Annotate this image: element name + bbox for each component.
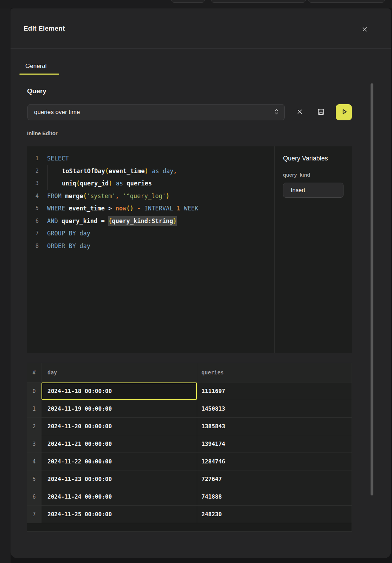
code-line[interactable]: 3 uniq(query_id) as queries [27, 177, 274, 190]
row-index-cell: 0 [27, 382, 41, 400]
query-section-heading: Query [27, 87, 46, 95]
queries-cell[interactable]: 1284746 [197, 453, 352, 470]
screen: Edit Element General Query queries over … [0, 0, 392, 563]
code-token [180, 205, 184, 212]
code-token [173, 205, 176, 212]
queries-cell[interactable]: 1111697 [197, 382, 352, 400]
query-select[interactable]: queries over time [27, 104, 285, 120]
run-query-button[interactable] [336, 104, 352, 120]
code-token: day [79, 242, 90, 249]
line-number: 6 [27, 215, 39, 228]
table-row: 62024-11-24 00:00:00741888 [27, 488, 352, 506]
x-icon [297, 109, 302, 115]
code-token: query_kind:String [112, 216, 173, 226]
day-cell[interactable]: 2024-11-20 00:00:00 [41, 418, 197, 435]
row-index-cell: 3 [27, 435, 41, 453]
background-topbar [0, 0, 392, 8]
code-token [134, 205, 137, 212]
code-token: , [173, 167, 177, 175]
queries-cell[interactable]: 1385843 [197, 418, 352, 435]
table-footer-strip [27, 523, 352, 531]
tab-general[interactable]: General [19, 61, 52, 75]
code-token [112, 205, 115, 212]
code-token: day [79, 230, 90, 237]
queries-cell[interactable]: 741888 [197, 488, 352, 505]
code-token: } [173, 216, 176, 226]
queries-cell[interactable]: 248230 [197, 506, 352, 523]
code-line[interactable]: 5WHERE event_time > now() - INTERVAL 1 W… [27, 202, 274, 215]
queries-cell[interactable]: 1450813 [197, 400, 352, 417]
tab-active-indicator [19, 74, 59, 75]
code-token: uniq [62, 180, 76, 187]
queries-cell[interactable]: 1394174 [197, 435, 352, 453]
code-token [65, 242, 69, 249]
row-index-cell: 4 [27, 453, 41, 470]
code-token: - [137, 205, 141, 212]
day-cell-selected[interactable]: 2024-11-18 00:00:00 [41, 382, 197, 400]
code-token [76, 230, 79, 237]
line-number: 7 [27, 227, 39, 240]
table-row: 42024-11-22 00:00:001284746 [27, 453, 352, 470]
row-index-cell: 5 [27, 470, 41, 488]
chevron-up-down-icon [274, 108, 279, 117]
code-token: BY [69, 230, 76, 237]
table-row: 32024-11-21 00:00:001394174 [27, 435, 352, 453]
code-token [119, 192, 123, 200]
clear-query-button[interactable] [294, 107, 305, 118]
code-token: ) [166, 192, 169, 200]
code-token: BY [69, 242, 76, 249]
day-cell[interactable]: 2024-11-22 00:00:00 [41, 453, 197, 470]
code-token [47, 165, 62, 178]
results-table: #dayqueries02024-11-18 00:00:00111169712… [27, 363, 352, 532]
code-line[interactable]: 7GROUP BY day [27, 227, 274, 240]
code-token: , [116, 192, 119, 200]
day-cell[interactable]: 2024-11-24 00:00:00 [41, 488, 197, 505]
code-line[interactable]: 1SELECT [27, 152, 274, 165]
code-token: ORDER [47, 242, 65, 249]
code-line[interactable]: 2 toStartOfDay(event_time) as day, [27, 165, 274, 178]
code-token [148, 167, 152, 175]
table-row: 12024-11-19 00:00:001450813 [27, 400, 352, 418]
code-line[interactable]: 4FROM merge('system', '^query_log') [27, 190, 274, 203]
code-text: ORDER BY day [47, 240, 90, 253]
day-cell[interactable]: 2024-11-21 00:00:00 [41, 435, 197, 453]
play-icon [340, 107, 348, 117]
row-index-cell: 7 [27, 506, 41, 523]
table-header-row: #dayqueries [27, 363, 352, 382]
code-token: ) [109, 180, 112, 187]
line-number: 3 [27, 177, 39, 190]
code-pane[interactable]: 1SELECT2 toStartOfDay(event_time) as day… [27, 146, 274, 353]
table-row: 52024-11-23 00:00:00727647 [27, 470, 352, 488]
code-token: toStartOfDay [62, 167, 105, 175]
code-token [141, 205, 144, 212]
close-icon[interactable] [359, 24, 370, 34]
save-button[interactable] [316, 107, 326, 118]
code-token: () [126, 205, 133, 212]
row-index-cell: 2 [27, 418, 41, 435]
code-text: uniq(query_id) as queries [47, 177, 152, 190]
queries-cell[interactable]: 727647 [197, 470, 352, 488]
code-token: day [163, 167, 174, 175]
code-token [105, 217, 108, 224]
insert-variable-button[interactable]: Insert [283, 183, 343, 198]
code-token: ( [105, 167, 109, 175]
code-token: { [108, 216, 112, 226]
code-line[interactable]: 8ORDER BY day [27, 240, 274, 253]
variable-name-label: query_kind [283, 172, 343, 178]
line-number: 5 [27, 202, 39, 215]
code-token: 'system' [87, 192, 116, 200]
modal-scrollbar[interactable] [371, 83, 373, 495]
table-row: 02024-11-18 00:00:001111697 [27, 382, 352, 400]
code-token [105, 205, 108, 212]
day-cell[interactable]: 2024-11-19 00:00:00 [41, 400, 197, 417]
code-token: GROUP [47, 230, 65, 237]
line-number: 4 [27, 190, 39, 203]
header-divider [11, 48, 391, 49]
code-token: INTERVAL [144, 205, 173, 212]
code-line[interactable]: 6AND query_kind = {query_kind:String} [27, 215, 274, 228]
table-row: 72024-11-25 00:00:00248230 [27, 506, 352, 523]
day-cell[interactable]: 2024-11-25 00:00:00 [41, 506, 197, 523]
code-token: FROM [47, 192, 62, 200]
column-header-day: day [41, 363, 197, 382]
day-cell[interactable]: 2024-11-23 00:00:00 [41, 470, 197, 488]
